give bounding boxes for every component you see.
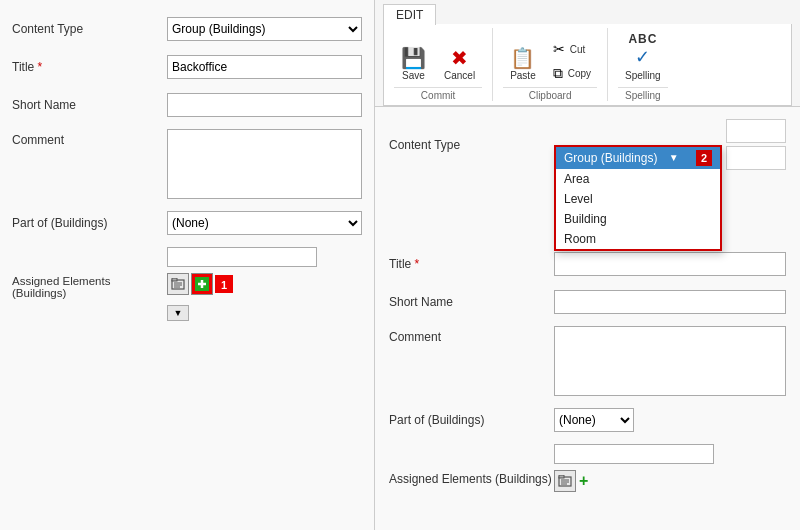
svg-rect-1 [172,278,177,281]
left-down-btn[interactable]: ▼ [167,305,189,321]
right-part-of-row: Part of (Buildings) (None) [389,406,786,434]
right-assigned-add-icon[interactable]: + [579,472,588,490]
right-content-type-row: Content Type Group (Buildings) ▼ 2 Area … [389,119,786,170]
dropdown-selected-item[interactable]: Group (Buildings) ▼ 2 [556,147,720,169]
left-badge-1: 1 [215,275,233,293]
left-short-name-label: Short Name [12,98,167,112]
left-assigned-row: Assigned Elements (Buildings) 1 [12,273,362,301]
left-content-type-row: Content Type Group (Buildings) [12,15,362,43]
left-comment-label: Comment [12,129,167,147]
left-down-row: ▼ [12,305,362,321]
left-title-input[interactable] [167,55,362,79]
dropdown-item-building[interactable]: Building [556,209,720,229]
right-assigned-icons: + [554,470,588,492]
spelling-group-label: Spelling [618,87,668,101]
right-badge-2: 2 [696,150,712,166]
commit-group-label: Commit [394,87,482,101]
right-browse-icon [558,475,572,488]
paste-label: Paste [510,70,536,81]
cancel-label: Cancel [444,70,475,81]
spelling-group: ABC ✓ Spelling Spelling [608,28,678,101]
save-label: Save [402,70,425,81]
left-title-row: Title * [12,53,362,81]
dropdown-arrow-icon: ▼ [669,152,679,163]
left-short-name-input[interactable] [167,93,362,117]
left-short-name-row: Short Name [12,91,362,119]
commit-group: 💾 Save ✖ Cancel Commit [384,28,493,101]
abc-text: ABC [628,32,657,46]
save-button[interactable]: 💾 Save [394,44,433,85]
cut-button[interactable]: ✂ Cut [547,38,597,60]
left-comment-row: Comment [12,129,362,199]
left-assigned-browse-btn[interactable] [167,273,189,295]
ribbon-content: 💾 Save ✖ Cancel Commit 📋 Paste [383,24,792,106]
right-title-label: Title * [389,257,554,271]
left-content-type-select[interactable]: Group (Buildings) [167,17,362,41]
save-icon: 💾 [401,48,426,68]
right-assigned-browse-btn[interactable] [554,470,576,492]
cut-label: Cut [570,44,586,55]
left-part-of-row: Part of (Buildings) (None) [12,209,362,237]
browse-icon [171,278,185,291]
spelling-btn-content: ABC ✓ [628,32,657,68]
right-assigned-label: Assigned Elements (Buildings) [389,470,554,486]
copy-label: Copy [568,68,591,79]
check-icon: ✓ [635,46,650,68]
copy-button[interactable]: ⧉ Copy [547,62,597,85]
right-part-of-label: Part of (Buildings) [389,413,554,427]
cut-icon: ✂ [553,41,565,57]
dropdown-item-level[interactable]: Level [556,189,720,209]
left-content-type-label: Content Type [12,22,167,36]
right-short-name-label: Short Name [389,295,554,309]
right-side-input-1[interactable] [726,119,786,143]
right-comment-row: Comment [389,326,786,396]
commit-buttons: 💾 Save ✖ Cancel [394,28,482,85]
clipboard-buttons: 📋 Paste ✂ Cut ⧉ Copy [503,28,597,85]
left-assigned-add-btn[interactable] [191,273,213,295]
right-comment-label: Comment [389,326,554,344]
cancel-icon: ✖ [451,48,468,68]
right-content-type-label: Content Type [389,138,554,152]
add-green-icon [195,277,209,291]
spelling-buttons: ABC ✓ Spelling [618,28,668,85]
right-part-of-select[interactable]: (None) [554,408,634,432]
right-panel: EDIT 💾 Save ✖ Cancel Commit [375,0,800,530]
right-title-row: Title * [389,250,786,278]
spelling-label: Spelling [625,70,661,81]
dropdown-item-room[interactable]: Room [556,229,720,249]
cancel-button[interactable]: ✖ Cancel [437,44,482,85]
chevron-down-icon: ▼ [174,308,183,318]
ribbon: EDIT 💾 Save ✖ Cancel Commit [375,0,800,107]
left-assigned-label: Assigned Elements (Buildings) [12,273,167,299]
svg-rect-9 [559,475,564,478]
dropdown-item-area[interactable]: Area [556,169,720,189]
paste-button[interactable]: 📋 Paste [503,44,543,85]
left-assigned-icons: 1 [167,273,233,295]
right-form: Content Type Group (Buildings) ▼ 2 Area … [375,107,800,530]
right-part-of-sub-row [389,444,786,464]
right-short-name-input[interactable] [554,290,786,314]
right-side-inputs [726,119,786,170]
left-title-label: Title * [12,60,167,74]
left-part-of-sub-input[interactable] [167,247,317,267]
right-title-input[interactable] [554,252,786,276]
right-side-input-2[interactable] [726,146,786,170]
content-type-dropdown[interactable]: Group (Buildings) ▼ 2 Area Level Buildin… [554,145,722,251]
paste-icon: 📋 [510,48,535,68]
right-part-of-sub-input[interactable] [554,444,714,464]
dropdown-items-list: Area Level Building Room [556,169,720,249]
selected-text: Group (Buildings) [564,151,657,165]
clipboard-group-label: Clipboard [503,87,597,101]
left-part-of-select[interactable]: (None) [167,211,362,235]
clipboard-group: 📋 Paste ✂ Cut ⧉ Copy Clipboar [493,28,608,101]
right-short-name-row: Short Name [389,288,786,316]
left-comment-textarea[interactable] [167,129,362,199]
right-assigned-row: Assigned Elements (Buildings) + [389,470,786,498]
cut-copy-group: ✂ Cut ⧉ Copy [547,38,597,85]
spelling-button[interactable]: ABC ✓ Spelling [618,28,668,85]
edit-tab[interactable]: EDIT [383,4,436,25]
left-part-of-label: Part of (Buildings) [12,216,167,230]
copy-icon: ⧉ [553,65,563,82]
right-comment-textarea[interactable] [554,326,786,396]
left-panel: Content Type Group (Buildings) Title * S… [0,0,375,530]
